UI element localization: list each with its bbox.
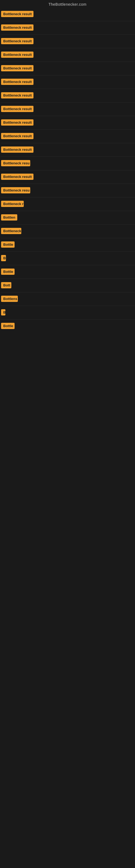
list-item: Bottleneck resu — [1, 157, 135, 170]
bottleneck-result-badge[interactable]: Bottle — [1, 269, 14, 275]
list-item: Bottleneck result — [1, 143, 135, 157]
bottleneck-result-badge[interactable]: Bottleneck resu — [1, 187, 30, 193]
list-item: Bottleneck resu — [1, 184, 135, 197]
bottleneck-result-badge[interactable]: Bottlen — [1, 214, 17, 220]
site-header: TheBottlenecker.com — [0, 0, 135, 8]
list-item: Bottleneck — [1, 225, 135, 238]
list-item: Bottleneck result — [1, 8, 135, 21]
bottleneck-result-badge[interactable]: Bottle — [1, 241, 14, 248]
bottleneck-result-badge[interactable]: Bott — [1, 282, 11, 288]
results-list: Bottleneck resultBottleneck resultBottle… — [0, 8, 135, 333]
site-title: TheBottlenecker.com — [0, 0, 135, 8]
bottleneck-result-badge[interactable]: B — [1, 255, 6, 261]
bottleneck-result-badge[interactable]: Bottleneck result — [1, 65, 34, 71]
list-item: Bottleneck result — [1, 48, 135, 62]
list-item: Bottleneck result — [1, 170, 135, 184]
bottleneck-result-badge[interactable]: Bottleneck result — [1, 147, 34, 153]
bottleneck-result-badge[interactable]: Bottleneck result — [1, 24, 34, 31]
bottleneck-result-badge[interactable]: Bottleneck — [1, 228, 21, 234]
bottleneck-result-badge[interactable]: Bottleneck result — [1, 38, 34, 44]
list-item: Bottle — [1, 319, 135, 333]
bottleneck-result-badge[interactable]: Bottlens — [1, 296, 18, 302]
list-item: Bottleneck result — [1, 35, 135, 48]
bottleneck-result-badge[interactable]: Bottleneck result — [1, 119, 34, 126]
list-item: Bott — [1, 279, 135, 292]
list-item: Bottleneck r — [1, 197, 135, 211]
list-item: Bottleneck result — [1, 130, 135, 143]
bottleneck-result-badge[interactable]: B — [1, 309, 5, 315]
list-item: Bottlen — [1, 211, 135, 225]
bottleneck-result-badge[interactable]: Bottle — [1, 323, 14, 329]
list-item: B — [1, 306, 135, 319]
bottleneck-result-badge[interactable]: Bottleneck resu — [1, 160, 30, 166]
list-item: Bottle — [1, 265, 135, 279]
bottleneck-result-badge[interactable]: Bottleneck result — [1, 52, 34, 58]
list-item: Bottleneck result — [1, 62, 135, 75]
bottleneck-result-badge[interactable]: Bottleneck result — [1, 92, 34, 98]
list-item: Bottleneck result — [1, 116, 135, 130]
bottleneck-result-badge[interactable]: Bottleneck result — [1, 174, 34, 180]
list-item: Bottleneck result — [1, 89, 135, 102]
list-item: Bottlens — [1, 292, 135, 306]
bottleneck-result-badge[interactable]: Bottleneck result — [1, 11, 34, 17]
list-item: Bottleneck result — [1, 75, 135, 89]
list-item: Bottleneck result — [1, 102, 135, 116]
list-item: B — [1, 252, 135, 265]
bottleneck-result-badge[interactable]: Bottleneck r — [1, 201, 24, 207]
bottleneck-result-badge[interactable]: Bottleneck result — [1, 133, 34, 139]
list-item: Bottle — [1, 238, 135, 252]
bottleneck-result-badge[interactable]: Bottleneck result — [1, 106, 34, 112]
list-item: Bottleneck result — [1, 21, 135, 35]
bottleneck-result-badge[interactable]: Bottleneck result — [1, 79, 34, 85]
